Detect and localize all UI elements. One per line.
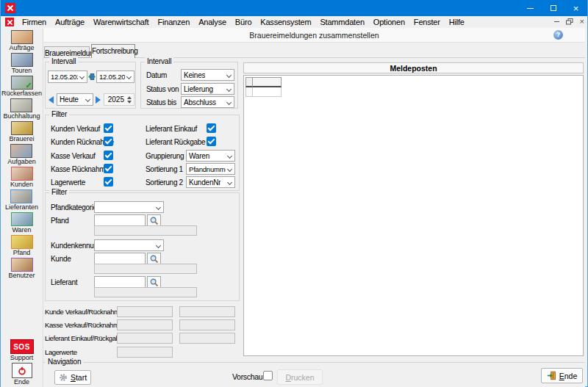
- mdi-restore-icon[interactable]: [566, 18, 573, 25]
- sidebar-item-auftraege[interactable]: Aufträge: [9, 30, 34, 52]
- menu-firmen[interactable]: Firmen: [18, 17, 51, 27]
- gear-icon: [59, 373, 68, 382]
- kunden-verkauf-checkbox[interactable]: [104, 123, 113, 133]
- datum-value: Keines: [184, 71, 205, 79]
- sidebar-item-waren[interactable]: Waren: [11, 212, 33, 234]
- prev-period-button[interactable]: [49, 96, 54, 104]
- status-von-select[interactable]: Lieferung: [181, 83, 234, 95]
- window-controls: ×: [519, 0, 587, 16]
- sidebar-item-brauerei[interactable]: Brauerei: [9, 121, 34, 143]
- pfandkategorie-select[interactable]: [94, 201, 164, 213]
- menu-kassensystem[interactable]: Kassensystem: [256, 17, 315, 27]
- next-period-button[interactable]: [96, 96, 101, 104]
- start-button[interactable]: Start: [54, 370, 91, 385]
- status-bis-select[interactable]: Abschluss: [181, 96, 234, 108]
- chevron-down-icon: [227, 167, 232, 172]
- spinner-down-button[interactable]: [127, 101, 132, 104]
- lagerwerte-checkbox[interactable]: [104, 177, 113, 187]
- main-content: Brauereimeldung Fortschreibung Intervall…: [43, 43, 585, 387]
- sidebar-item-lieferanten[interactable]: Lieferanten: [5, 189, 38, 211]
- kunde-label: Kunde: [51, 255, 71, 263]
- sortierung2-value: KundenNr: [189, 178, 220, 187]
- minimize-button[interactable]: [519, 0, 542, 16]
- kundenkennung-select[interactable]: [94, 239, 164, 251]
- kunden-ruecknahme-checkbox[interactable]: [104, 137, 113, 146]
- sidebar-item-benutzer[interactable]: Benutzer: [8, 258, 35, 280]
- status-bis-label: Status bis: [146, 98, 176, 106]
- ledger-icon: [10, 98, 32, 112]
- lieferant-rueckgabe-checkbox[interactable]: [207, 137, 216, 146]
- vorschau-checkbox[interactable]: [263, 371, 273, 380]
- grid-column-header[interactable]: [252, 77, 282, 87]
- ende-button-label: Ende: [559, 372, 578, 380]
- menu-stammdaten[interactable]: Stammdaten: [315, 17, 368, 27]
- mdi-close-icon[interactable]: ×: [580, 18, 584, 25]
- sortierung1-select[interactable]: Pfandnummer: [186, 163, 235, 175]
- date-from-select[interactable]: 12.05.2025: [48, 70, 87, 83]
- sidebar-item-touren[interactable]: Touren: [11, 53, 33, 75]
- lagerwerte-field: [117, 347, 173, 358]
- sidebar-item-kunden[interactable]: Kunden: [10, 167, 33, 189]
- menu-optionen[interactable]: Optionen: [369, 17, 409, 27]
- kasse-vr-field-2: [179, 319, 235, 330]
- lieferant-einkauf-checkbox[interactable]: [207, 123, 216, 133]
- lagerwerte-label: Lagerwerte: [51, 178, 85, 187]
- menu-hilfe[interactable]: Hilfe: [445, 17, 469, 27]
- chevron-down-icon: [156, 243, 161, 248]
- kasse-vr-label: Kasse Verkauf/Rücknahme: [45, 321, 122, 329]
- year-spinner[interactable]: 2025: [104, 93, 135, 106]
- menu-fenster[interactable]: Fenster: [409, 17, 445, 27]
- gruppierung-label: Gruppierung: [146, 152, 184, 160]
- lagerwerte-total-label: Lagerwerte: [45, 348, 77, 356]
- sidebar-item-ende[interactable]: Ende: [12, 363, 32, 386]
- drucken-button[interactable]: Drucken: [277, 369, 323, 385]
- chevron-down-icon: [227, 153, 232, 159]
- period-select[interactable]: Heute: [57, 93, 93, 106]
- lieferant-er-label: Lieferant Einkauf/Rückgabe: [45, 334, 123, 342]
- date-to-select[interactable]: 12.05.2025: [96, 70, 135, 83]
- sidebar-item-rueckerfassen[interactable]: ✓ Rückerfassen: [1, 76, 42, 98]
- intervall-dates-group-label: Intervall: [49, 57, 78, 65]
- sidebar-item-pfand[interactable]: Pfand: [11, 235, 33, 257]
- pfand-label: Pfand: [51, 217, 69, 225]
- navigation-group-label: Navigation: [46, 358, 83, 366]
- help-icon[interactable]: ?: [553, 30, 563, 40]
- kasse-ruecknahme-checkbox[interactable]: [104, 164, 113, 173]
- menu-finanzen[interactable]: Finanzen: [153, 17, 194, 27]
- maximize-button[interactable]: [542, 0, 564, 16]
- mdi-window-controls: ×: [554, 18, 584, 25]
- goods-icon: [11, 212, 33, 226]
- spinner-up-button[interactable]: [127, 96, 132, 99]
- gruppierung-select[interactable]: Waren: [186, 150, 235, 162]
- menu-buero[interactable]: Büro: [231, 17, 256, 27]
- drucken-button-label: Drucken: [285, 373, 314, 382]
- tab-brauereimeldung[interactable]: Brauereimeldung: [44, 46, 90, 58]
- sidebar-item-support[interactable]: SOS Support: [10, 339, 34, 362]
- chevron-down-icon: [85, 97, 90, 102]
- menu-analyse[interactable]: Analyse: [194, 17, 231, 27]
- filter-checks-group-label: Filter: [49, 110, 69, 118]
- sidebar-item-aufgaben[interactable]: Aufgaben: [7, 144, 36, 166]
- exit-door-icon: [547, 371, 556, 380]
- menu-auftraege[interactable]: Aufträge: [51, 17, 89, 27]
- meldeposten-grid[interactable]: [243, 75, 584, 356]
- close-button[interactable]: ×: [564, 0, 587, 16]
- sidebar-item-buchhaltung[interactable]: Buchhaltung: [3, 98, 40, 120]
- sortierung2-select[interactable]: KundenNr: [186, 176, 235, 188]
- date-link-icon: [88, 73, 96, 81]
- sortierung2-label: Sortierung 2: [146, 178, 183, 187]
- page-title: Brauereimeldungen zusammenstellen: [43, 31, 585, 40]
- tab-fortschreibung[interactable]: Fortschreibung: [91, 44, 135, 58]
- datum-select[interactable]: Keines: [181, 69, 234, 81]
- date-from-value: 12.05.2025: [51, 73, 78, 81]
- sidebar-label-buchhaltung: Buchhaltung: [3, 112, 40, 120]
- app-window: × Firmen Aufträge Warenwirtschaft Finanz…: [0, 0, 588, 387]
- kunde-vr-field-1: [117, 306, 173, 317]
- kasse-verkauf-checkbox[interactable]: [104, 151, 113, 160]
- menubar: Firmen Aufträge Warenwirtschaft Finanzen…: [1, 16, 587, 28]
- ende-button[interactable]: Ende: [541, 368, 583, 383]
- menu-warenwirtschaft[interactable]: Warenwirtschaft: [89, 17, 153, 27]
- kasse-vr-field-1: [117, 319, 173, 330]
- mdi-minimize-icon[interactable]: [554, 21, 559, 22]
- kunde-display-field: [94, 264, 197, 274]
